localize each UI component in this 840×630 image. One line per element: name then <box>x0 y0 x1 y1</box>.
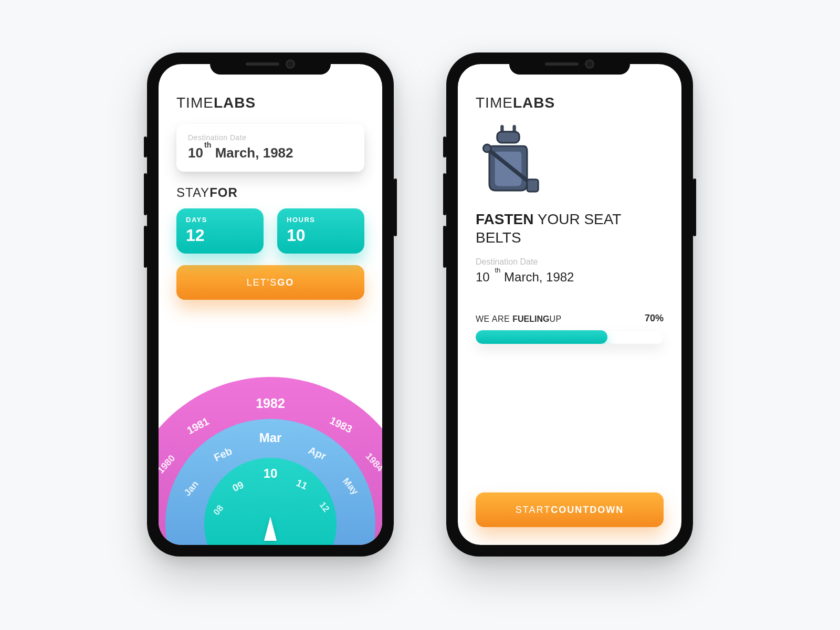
dial-year[interactable]: 1984 <box>363 451 382 474</box>
seatbelt-icon <box>475 124 664 202</box>
fueling-text: WE ARE FUELINGUP <box>476 314 562 324</box>
brand-bold: LABS <box>214 94 256 111</box>
dial-year[interactable]: 1983 <box>328 414 354 435</box>
brand-wordmark: TIMELABS <box>476 94 664 111</box>
side-button <box>443 173 446 215</box>
destination-date-value: 10th March, 1982 <box>188 145 353 161</box>
side-button <box>443 226 446 268</box>
fueling-status: WE ARE FUELINGUP 70% <box>476 313 664 324</box>
duration-row: DAYS 12 HOURS 10 <box>176 208 364 254</box>
brand-thin: TIME <box>176 94 214 111</box>
screen-left: TIMELABS Destination Date 10th March, 19… <box>159 64 382 545</box>
fueling-progress-fill <box>476 330 607 344</box>
destination-date-label: Destination Date <box>476 257 664 267</box>
destination-date-value: 10 th March, 1982 <box>476 270 664 285</box>
fueling-progress <box>476 330 664 344</box>
hours-caption: HOURS <box>287 216 355 224</box>
svg-rect-3 <box>527 180 538 192</box>
dial-day-selected[interactable]: 10 <box>264 466 278 481</box>
dial-year[interactable]: 1980 <box>159 453 177 476</box>
destination-date-card[interactable]: Destination Date 10th March, 1982 <box>176 124 364 172</box>
side-button <box>394 178 397 236</box>
destination-date-label: Destination Date <box>188 133 353 142</box>
dial-year[interactable]: 1981 <box>185 415 211 437</box>
side-button <box>693 178 696 236</box>
days-value: 12 <box>186 226 254 245</box>
days-caption: DAYS <box>186 216 254 224</box>
dial-month[interactable]: Apr <box>306 444 328 463</box>
dial-day[interactable]: 09 <box>230 479 246 494</box>
dial-month[interactable]: Jan <box>182 479 201 498</box>
dial-month[interactable]: Feb <box>212 445 234 464</box>
brand-wordmark: TIMELABS <box>176 94 364 111</box>
days-chip[interactable]: DAYS 12 <box>176 208 264 254</box>
fueling-percent: 70% <box>645 313 664 324</box>
dial-month[interactable]: May <box>340 476 361 497</box>
brand-bold: LABS <box>513 94 555 111</box>
notch-icon <box>246 59 295 69</box>
side-button <box>144 136 147 158</box>
dial-needle-icon <box>264 517 277 541</box>
screen-right: TIMELABS <box>458 64 681 545</box>
dial-year-selected[interactable]: 1982 <box>256 396 285 411</box>
svg-point-4 <box>483 144 491 152</box>
lets-go-button[interactable]: LET'SGO <box>176 265 364 300</box>
stay-for-title: STAYFOR <box>176 185 364 200</box>
side-button <box>144 226 147 268</box>
brand-thin: TIME <box>476 94 513 111</box>
hours-value: 10 <box>287 226 355 245</box>
notch-icon <box>545 59 594 69</box>
fasten-headline: FASTEN YOUR SEAT BELTS <box>476 210 664 247</box>
dial-month-selected[interactable]: Mar <box>259 430 282 445</box>
phone-frame-left: TIMELABS Destination Date 10th March, 19… <box>147 52 394 556</box>
side-button <box>144 173 147 215</box>
dial-day[interactable]: 11 <box>294 477 309 492</box>
hours-chip[interactable]: HOURS 10 <box>277 208 364 254</box>
dial-day[interactable]: 08 <box>212 503 226 517</box>
phone-frame-right: TIMELABS <box>446 52 693 556</box>
side-button <box>443 136 446 158</box>
start-countdown-button[interactable]: STARTCOUNTDOWN <box>476 492 664 527</box>
svg-rect-2 <box>497 132 519 143</box>
date-dial[interactable]: 1980 1981 1982 1983 1984 Jan Feb Mar Apr… <box>159 377 382 545</box>
dial-day[interactable]: 12 <box>317 500 331 514</box>
